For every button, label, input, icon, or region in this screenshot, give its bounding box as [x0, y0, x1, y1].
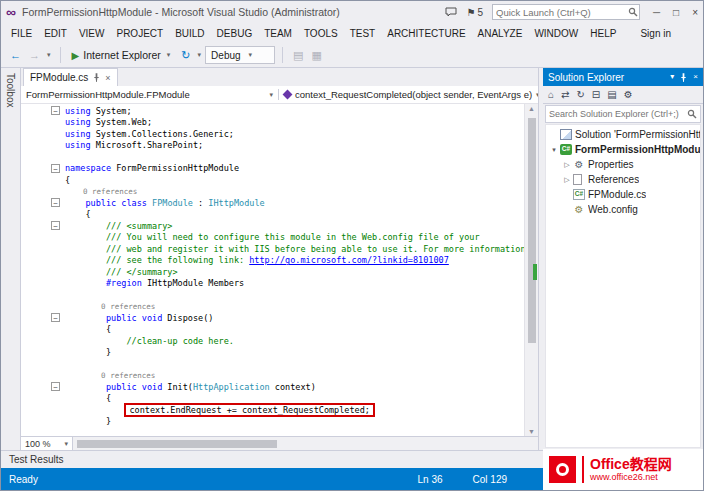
fold-collapse-icon[interactable]: –: [51, 106, 60, 115]
refresh-icon[interactable]: ↻: [576, 89, 584, 100]
menu-analyze[interactable]: ANALYZE: [472, 26, 529, 41]
menu-team[interactable]: TEAM: [258, 26, 298, 41]
navigate-backward-icon[interactable]: ←: [7, 48, 24, 62]
menu-tools[interactable]: TOOLS: [298, 26, 344, 41]
code-line[interactable]: /// </summary>: [21, 266, 524, 278]
pin-icon[interactable]: [680, 73, 687, 82]
minimize-button[interactable]: ─: [653, 7, 660, 18]
fold-collapse-icon[interactable]: –: [51, 198, 60, 207]
navigation-history-dropdown-icon[interactable]: ▾: [45, 51, 53, 59]
fold-collapse-icon[interactable]: –: [51, 164, 60, 173]
navigate-forward-icon[interactable]: →: [26, 48, 43, 62]
menu-help[interactable]: HELP: [584, 26, 622, 41]
code-line[interactable]: – public void Init(HttpApplication conte…: [21, 381, 524, 393]
code-line[interactable]: {: [21, 324, 524, 336]
solution-search-input[interactable]: [549, 109, 687, 119]
sync-with-active-document-icon[interactable]: ⇄: [561, 89, 569, 100]
home-icon[interactable]: ⌂: [548, 89, 554, 100]
code-line[interactable]: [21, 427, 524, 436]
code-line[interactable]: #region IHttpModule Members: [21, 278, 524, 290]
start-debugging-button[interactable]: ▶ Internet Explorer ▾: [68, 48, 177, 62]
code-line[interactable]: 0 references: [21, 370, 524, 382]
menu-project[interactable]: PROJECT: [110, 26, 169, 41]
solution-configurations-combo[interactable]: Debug ▾: [205, 46, 275, 64]
code-line[interactable]: –namespace FormPermissionHttpModule: [21, 163, 524, 175]
code-line[interactable]: – public class FPModule : IHttpModule: [21, 197, 524, 209]
code-line[interactable]: /// web and register it with IIS before …: [21, 243, 524, 255]
notifications-flag[interactable]: ⚑ 5: [466, 7, 483, 18]
menu-file[interactable]: FILE: [5, 26, 38, 41]
close-button[interactable]: ×: [692, 7, 698, 18]
fold-collapse-icon[interactable]: –: [51, 382, 60, 391]
toolbar-extra-icon-2[interactable]: ▦: [309, 48, 325, 63]
tree-item-properties[interactable]: ▷Properties: [546, 157, 700, 172]
code-line[interactable]: [21, 289, 524, 301]
sign-in-link[interactable]: Sign in: [640, 28, 699, 39]
code-line[interactable]: //clean-up code here.: [21, 335, 524, 347]
code-line[interactable]: /// You will need to configure this modu…: [21, 232, 524, 244]
window-menu-icon[interactable]: ▾: [670, 73, 674, 81]
scrollbar-thumb[interactable]: [528, 118, 536, 343]
menu-view[interactable]: VIEW: [73, 26, 111, 41]
solution-explorer-header[interactable]: Solution Explorer ▾ ×: [543, 68, 703, 86]
code-line[interactable]: using System.Web;: [21, 117, 524, 129]
code-line[interactable]: [21, 358, 524, 370]
close-icon[interactable]: ×: [693, 73, 698, 81]
fold-collapse-icon[interactable]: –: [51, 313, 60, 322]
code-line[interactable]: –using System;: [21, 105, 524, 117]
code-line[interactable]: /// see the following link: http://go.mi…: [21, 255, 524, 267]
tree-item-references[interactable]: ▷References: [546, 172, 700, 187]
code-line[interactable]: }: [21, 347, 524, 359]
code-line[interactable]: 0 references: [21, 301, 524, 313]
toolbar-extra-icon-1[interactable]: ▤: [290, 48, 306, 63]
expander-open-icon[interactable]: ▾: [549, 146, 559, 154]
horizontal-scrollbar-thumb[interactable]: [77, 440, 277, 448]
code-line[interactable]: using System.Collections.Generic;: [21, 128, 524, 140]
menu-test[interactable]: TEST: [344, 26, 382, 41]
menu-build[interactable]: BUILD: [169, 26, 210, 41]
menu-edit[interactable]: EDIT: [38, 26, 73, 41]
scroll-up-icon[interactable]: ▲: [528, 105, 535, 112]
toolbox-tab[interactable]: Toolbox: [1, 68, 21, 450]
tree-item-formpermissionhttpmodule[interactable]: ▾C#FormPermissionHttpModule: [546, 142, 700, 157]
tree-item-label: FPModule.cs: [588, 189, 646, 200]
menu-debug[interactable]: DEBUG: [211, 26, 259, 41]
code-line[interactable]: – /// <summary>: [21, 220, 524, 232]
type-dropdown[interactable]: FormPermissionHttpModule.FPModule ▾: [21, 89, 279, 100]
expander-closed-icon[interactable]: ▷: [562, 176, 572, 184]
properties-icon[interactable]: ⚙: [624, 89, 633, 100]
show-all-files-icon[interactable]: ▤: [607, 89, 616, 100]
code-line[interactable]: }: [21, 416, 524, 428]
member-dropdown[interactable]: context_RequestCompleted(object sender, …: [279, 89, 538, 100]
vertical-scrollbar[interactable]: ▲ ▼: [524, 104, 538, 436]
tree-item-solution-formpermissionhttpm[interactable]: Solution 'FormPermissionHttpM: [546, 127, 700, 142]
quick-launch-input[interactable]: [496, 7, 628, 18]
browser-dropdown-icon[interactable]: ▾: [165, 51, 173, 59]
code-line[interactable]: {: [21, 209, 524, 221]
code-line[interactable]: – public void Dispose(): [21, 312, 524, 324]
menu-window[interactable]: WINDOW: [528, 26, 584, 41]
code-line[interactable]: context.EndRequest += context_RequestCom…: [21, 404, 524, 416]
collapse-all-icon[interactable]: ⊟: [592, 89, 600, 100]
pin-icon[interactable]: [93, 73, 100, 82]
tab-close-icon[interactable]: ×: [105, 73, 110, 83]
zoom-control[interactable]: 100 % ▾: [21, 437, 73, 450]
code-line[interactable]: {: [21, 174, 524, 186]
refresh-icon[interactable]: ↻: [178, 48, 193, 63]
tree-item-fpmodule-cs[interactable]: C#FPModule.cs: [546, 187, 700, 202]
maximize-button[interactable]: □: [673, 7, 679, 18]
scroll-down-icon[interactable]: ▼: [528, 428, 535, 435]
menu-architecture[interactable]: ARCHITECTURE: [381, 26, 471, 41]
code-line[interactable]: 0 references: [21, 186, 524, 198]
horizontal-scrollbar[interactable]: [73, 437, 538, 450]
tab-fpmodule-cs[interactable]: FPModule.cs ×: [23, 68, 118, 86]
refresh-dropdown-icon[interactable]: ▾: [196, 51, 204, 59]
code-line[interactable]: {: [21, 393, 524, 405]
expander-closed-icon[interactable]: ▷: [562, 161, 572, 169]
fold-collapse-icon[interactable]: –: [51, 221, 60, 230]
feedback-icon[interactable]: [445, 7, 457, 17]
code-line[interactable]: [21, 151, 524, 163]
code-text: }: [65, 416, 111, 426]
tree-item-web-config[interactable]: Web.config: [546, 202, 700, 217]
code-line[interactable]: using Microsoft.SharePoint;: [21, 140, 524, 152]
